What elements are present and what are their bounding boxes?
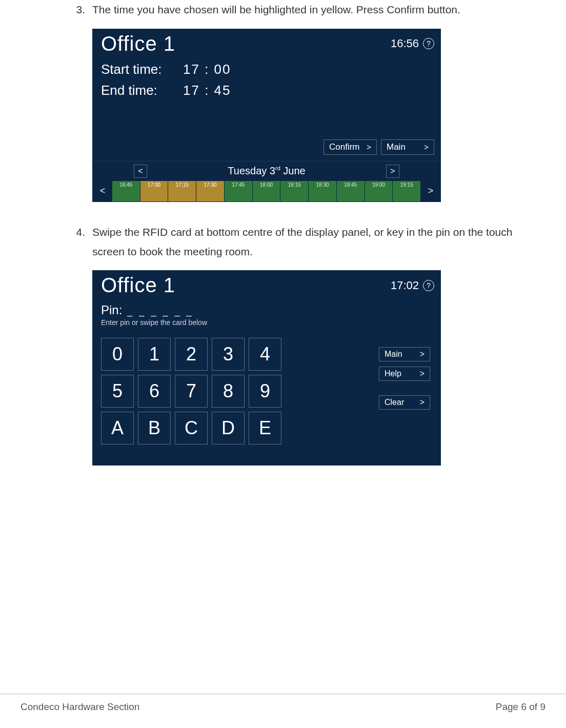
chevron-right-icon: >: [424, 143, 429, 151]
help-button[interactable]: Help >: [379, 367, 430, 381]
step-number: 4.: [72, 223, 85, 261]
keypad-key-A[interactable]: A: [101, 412, 134, 444]
page-footer: Condeco Hardware Section Page 6 of 9: [0, 694, 566, 713]
main-button[interactable]: Main >: [379, 347, 430, 361]
timeline-slot[interactable]: 17:30: [196, 181, 225, 201]
keypad-key-5[interactable]: 5: [101, 375, 134, 408]
keypad-key-3[interactable]: 3: [212, 338, 245, 371]
clear-button[interactable]: Clear >: [379, 395, 430, 410]
pin-entry-panel: Office 1 17:02 ? Pin: _ _ _ _ _ _ Enter …: [92, 270, 441, 466]
confirm-button[interactable]: Confirm >: [324, 139, 377, 155]
main-button[interactable]: Main >: [381, 139, 434, 155]
date-prev-button[interactable]: <: [134, 165, 147, 178]
keypad-key-C[interactable]: C: [175, 412, 208, 444]
help-label: Help: [385, 369, 401, 378]
page-title: Office 1: [101, 274, 175, 297]
timeline-next-button[interactable]: >: [421, 181, 440, 201]
footer-right: Page 6 of 9: [496, 701, 545, 713]
end-time-label: End time:: [101, 83, 178, 98]
timeline-slot[interactable]: 17:45: [225, 181, 253, 201]
keypad-key-B[interactable]: B: [138, 412, 171, 444]
timeline-prev-button[interactable]: <: [93, 181, 112, 201]
chevron-right-icon: >: [420, 398, 424, 407]
timeline-slot[interactable]: 17:00: [140, 181, 169, 201]
time-select-panel: Office 1 16:56 ? Start time: 17 : 00 End…: [92, 29, 441, 202]
start-time-value: 17 : 00: [183, 62, 231, 77]
keypad-key-9[interactable]: 9: [249, 375, 281, 408]
keypad-key-4[interactable]: 4: [249, 338, 281, 371]
end-time-value: 17 : 45: [183, 83, 231, 98]
clock: 16:56: [391, 37, 419, 50]
step-number: 3.: [72, 0, 85, 19]
keypad-key-6[interactable]: 6: [138, 375, 171, 408]
timeline-slot[interactable]: 18:15: [280, 181, 309, 201]
footer-left: Condeco Hardware Section: [21, 701, 139, 713]
pin-value: _ _ _ _ _ _: [127, 306, 193, 317]
keypad-key-2[interactable]: 2: [175, 338, 208, 371]
keypad-key-D[interactable]: D: [212, 412, 245, 444]
confirm-label: Confirm: [329, 142, 360, 152]
step-4: 4. Swipe the RFID card at bottom centre …: [72, 223, 545, 261]
keypad-key-1[interactable]: 1: [138, 338, 171, 371]
keypad-key-E[interactable]: E: [249, 412, 281, 444]
main-label: Main: [387, 142, 406, 152]
chevron-right-icon: >: [420, 350, 424, 359]
help-icon[interactable]: ?: [423, 38, 434, 49]
timeline-slot[interactable]: 19:00: [365, 181, 393, 201]
chevron-right-icon: >: [367, 143, 371, 151]
pin-label: Pin:: [101, 303, 122, 317]
clear-label: Clear: [385, 398, 404, 407]
timeline-slot[interactable]: 18:00: [253, 181, 281, 201]
timeline-slot[interactable]: 18:45: [337, 181, 365, 201]
keypad-key-8[interactable]: 8: [212, 375, 245, 408]
timeline-slot[interactable]: 18:30: [309, 181, 337, 201]
chevron-right-icon: >: [420, 369, 424, 378]
date-display: Tuesday 3rd June: [228, 165, 305, 177]
step-text: Swipe the RFID card at bottom centre of …: [92, 223, 545, 261]
step-3: 3. The time you have chosen will be high…: [72, 0, 545, 19]
clock: 17:02: [391, 279, 419, 292]
date-next-button[interactable]: >: [386, 165, 399, 178]
keypad-key-7[interactable]: 7: [175, 375, 208, 408]
start-time-label: Start time:: [101, 62, 178, 77]
timeline-slot[interactable]: 16:45: [112, 181, 140, 201]
page-title: Office 1: [101, 32, 175, 55]
timeline-slot[interactable]: 17:15: [168, 181, 196, 201]
main-label: Main: [385, 350, 402, 359]
step-text: The time you have chosen will be highlig…: [92, 0, 545, 19]
pin-hint: Enter pin or swipe the card below: [101, 318, 432, 327]
timeline-slot[interactable]: 19:15: [393, 181, 421, 201]
keypad-key-0[interactable]: 0: [101, 338, 134, 371]
help-icon[interactable]: ?: [423, 280, 434, 291]
